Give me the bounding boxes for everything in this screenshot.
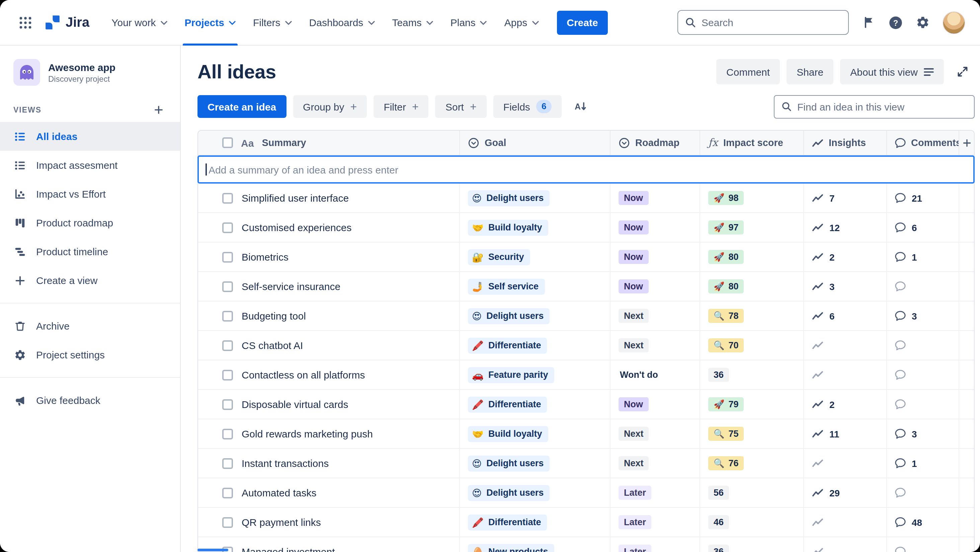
column-header-goal[interactable]: Goal: [460, 131, 611, 155]
idea-summary[interactable]: Instant transactions: [242, 458, 329, 469]
idea-row[interactable]: Disposable virtual cards 🖍️ Differentiat…: [198, 390, 974, 420]
share-button[interactable]: Share: [786, 59, 834, 85]
roadmap-chip[interactable]: Later: [619, 545, 651, 552]
insights-cell[interactable]: [804, 331, 887, 360]
nav-item-apps[interactable]: Apps: [496, 0, 547, 45]
goal-chip[interactable]: 🔐 Security: [468, 249, 530, 265]
idea-summary[interactable]: Managed investment: [242, 546, 335, 552]
row-checkbox[interactable]: [222, 458, 233, 469]
comments-cell[interactable]: [887, 478, 959, 507]
insights-cell[interactable]: 29: [804, 478, 887, 507]
comments-cell[interactable]: [887, 272, 959, 301]
comment-button[interactable]: Comment: [716, 59, 780, 85]
group-by-button[interactable]: Group by +: [293, 95, 367, 118]
impact-score-chip[interactable]: 🔍 75: [708, 427, 744, 441]
comments-cell[interactable]: 6: [887, 213, 959, 242]
impact-score-chip[interactable]: 🔍 70: [708, 338, 744, 353]
sort-alphabetical-icon[interactable]: A: [568, 94, 592, 118]
row-checkbox[interactable]: [222, 369, 233, 380]
impact-score-chip[interactable]: 36: [708, 368, 729, 382]
idea-summary[interactable]: Gold rewards marketing push: [242, 428, 373, 439]
idea-summary[interactable]: QR payment links: [242, 517, 321, 528]
create-an-idea-button[interactable]: Create an idea: [197, 95, 286, 118]
settings-gear-icon[interactable]: [910, 10, 934, 35]
roadmap-chip[interactable]: Now: [619, 250, 648, 264]
idea-row[interactable]: QR payment links 🖍️ Differentiate Later …: [198, 508, 974, 537]
insights-cell[interactable]: 2: [804, 242, 887, 271]
impact-score-chip[interactable]: 36: [708, 545, 729, 552]
row-checkbox[interactable]: [222, 281, 233, 292]
impact-score-chip[interactable]: 46: [708, 515, 729, 530]
insights-cell[interactable]: 11: [804, 420, 887, 448]
sort-button[interactable]: Sort +: [436, 95, 487, 118]
add-view-icon[interactable]: [151, 102, 167, 118]
goal-chip[interactable]: 😍 Delight users: [468, 190, 550, 206]
goal-chip[interactable]: 😍 Delight users: [468, 485, 550, 501]
sidebar-item-product-roadmap[interactable]: Product roadmap: [0, 208, 180, 237]
impact-score-chip[interactable]: 56: [708, 486, 729, 500]
insights-cell[interactable]: 7: [804, 183, 887, 212]
roadmap-chip[interactable]: Won't do: [619, 368, 659, 382]
roadmap-chip[interactable]: Next: [619, 427, 649, 441]
idea-row[interactable]: Contactless on all platforms 🚗 Feature p…: [198, 361, 974, 390]
sidebar-item-project-settings[interactable]: Project settings: [0, 340, 180, 369]
row-checkbox[interactable]: [222, 517, 233, 528]
notifications-icon[interactable]: [857, 10, 881, 35]
idea-summary[interactable]: Contactless on all platforms: [242, 369, 365, 381]
roadmap-chip[interactable]: Now: [619, 279, 648, 294]
add-idea-input[interactable]: [208, 164, 968, 175]
row-checkbox[interactable]: [222, 193, 233, 203]
comments-cell[interactable]: 21: [887, 183, 959, 212]
nav-item-plans[interactable]: Plans: [442, 0, 496, 45]
column-header-roadmap[interactable]: Roadmap: [611, 131, 700, 155]
idea-summary[interactable]: Biometrics: [242, 251, 288, 263]
create-button[interactable]: Create: [557, 10, 608, 35]
global-search-input[interactable]: [702, 17, 842, 28]
idea-row[interactable]: Instant transactions 😍 Delight users Nex…: [198, 449, 974, 478]
nav-item-projects[interactable]: Projects: [176, 0, 244, 45]
goal-chip[interactable]: 🖍️ Differentiate: [468, 396, 547, 412]
give-feedback-button[interactable]: Give feedback: [0, 386, 180, 415]
roadmap-chip[interactable]: Now: [619, 397, 648, 412]
goal-chip[interactable]: 🤝 Build loyalty: [468, 426, 548, 442]
comments-cell[interactable]: [887, 390, 959, 419]
idea-row[interactable]: Managed investment 🥚 New products Later …: [198, 537, 974, 552]
row-checkbox[interactable]: [222, 428, 233, 439]
insights-cell[interactable]: 2: [804, 390, 887, 419]
user-avatar[interactable]: [942, 11, 965, 34]
idea-summary[interactable]: Simplified user interface: [242, 192, 349, 204]
idea-summary[interactable]: CS chatbot AI: [242, 340, 303, 351]
insights-cell[interactable]: [804, 537, 887, 552]
find-idea-input[interactable]: [797, 101, 967, 112]
row-checkbox[interactable]: [222, 311, 233, 321]
sidebar-item-all-ideas[interactable]: All ideas: [0, 122, 180, 151]
roadmap-chip[interactable]: Later: [619, 486, 651, 500]
column-header-summary[interactable]: Aa Summary: [198, 131, 460, 155]
insights-cell[interactable]: 12: [804, 213, 887, 242]
comments-cell[interactable]: [887, 361, 959, 389]
idea-summary[interactable]: Automated tasks: [242, 487, 316, 498]
insights-cell[interactable]: 3: [804, 272, 887, 301]
goal-chip[interactable]: 😍 Delight users: [468, 308, 550, 324]
sidebar-item-impact-assesment[interactable]: Impact assesment: [0, 151, 180, 180]
expand-view-icon[interactable]: [951, 60, 975, 84]
comments-cell[interactable]: 48: [887, 508, 959, 537]
goal-chip[interactable]: 🤝 Build loyalty: [468, 219, 548, 236]
column-header-impact-score[interactable]: ƒx Impact score: [700, 131, 804, 155]
row-checkbox[interactable]: [222, 222, 233, 233]
app-switcher-icon[interactable]: [13, 10, 38, 35]
impact-score-chip[interactable]: 🔍 76: [708, 456, 744, 471]
row-checkbox[interactable]: [222, 487, 233, 498]
impact-score-chip[interactable]: 🚀 79: [708, 397, 744, 412]
nav-item-your-work[interactable]: Your work: [103, 0, 176, 45]
idea-row[interactable]: Customised experiences 🤝 Build loyalty N…: [198, 213, 974, 242]
filter-button[interactable]: Filter +: [374, 95, 429, 118]
row-checkbox[interactable]: [222, 399, 233, 410]
global-search[interactable]: [678, 10, 849, 35]
impact-score-chip[interactable]: 🚀 98: [708, 191, 744, 205]
idea-row[interactable]: Simplified user interface 😍 Delight user…: [198, 183, 974, 213]
nav-item-dashboards[interactable]: Dashboards: [301, 0, 383, 45]
comments-cell[interactable]: [887, 537, 959, 552]
sidebar-item-create-a-view[interactable]: Create a view: [0, 266, 180, 295]
idea-summary[interactable]: Customised experiences: [242, 222, 352, 233]
